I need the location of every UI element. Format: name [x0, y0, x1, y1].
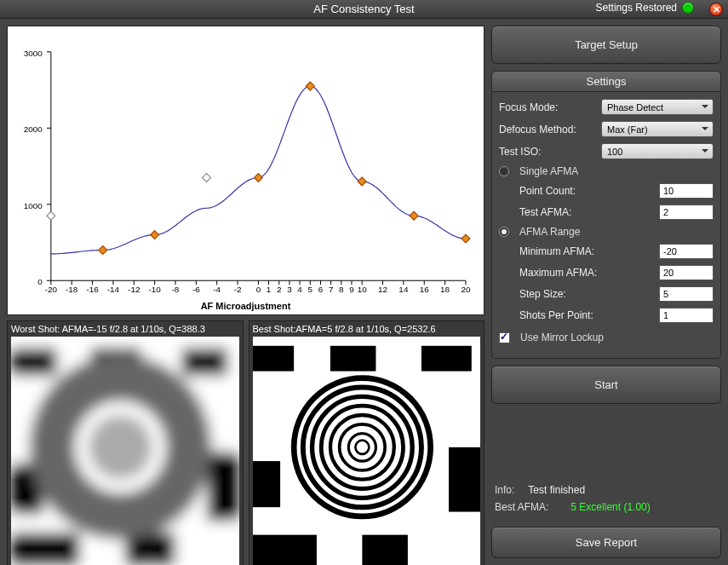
focus-mode-select[interactable]: Phase Detect	[601, 99, 714, 115]
shots-per-point-label: Shots Per Point:	[499, 309, 654, 321]
svg-text:4: 4	[297, 285, 302, 294]
test-iso-select[interactable]: 100	[601, 143, 714, 159]
svg-text:-12: -12	[128, 285, 140, 294]
svg-rect-78	[253, 535, 317, 565]
svg-text:-20: -20	[45, 285, 58, 294]
step-size-input[interactable]	[659, 286, 714, 302]
best-afma-value: 5 Excellent (1.00)	[570, 501, 650, 513]
svg-text:1000: 1000	[24, 201, 43, 210]
save-report-button[interactable]: Save Report	[491, 527, 721, 558]
svg-text:-16: -16	[86, 285, 99, 294]
info-block: Info: Test finished Best AFMA: 5 Excelle…	[491, 482, 721, 520]
af-chart: 0 1000 2000 3000 -20-18-16-14-12-10-8-6-…	[7, 26, 484, 315]
svg-text:16: 16	[420, 285, 430, 294]
min-afma-label: Minimum AFMA:	[499, 245, 654, 257]
point-count-label: Point Count:	[499, 185, 654, 197]
svg-rect-76	[421, 346, 471, 372]
svg-text:8: 8	[339, 285, 344, 294]
svg-text:14: 14	[398, 285, 409, 294]
worst-shot-image	[11, 337, 239, 565]
svg-text:5: 5	[308, 285, 313, 294]
max-afma-label: Maximum AFMA:	[499, 267, 654, 279]
shots-per-point-input[interactable]	[659, 308, 714, 323]
svg-rect-64	[11, 349, 57, 376]
worst-shot-label: Worst Shot: AFMA=-15 f/2.8 at 1/10s, Q=3…	[8, 321, 243, 337]
defocus-method-label: Defocus Method:	[499, 124, 596, 135]
single-afma-radio[interactable]	[499, 166, 509, 176]
worst-shot-panel: Worst Shot: AFMA=-15 f/2.8 at 1/10s, Q=3…	[7, 320, 244, 565]
focus-mode-label: Focus Mode:	[499, 101, 596, 113]
svg-text:9: 9	[349, 285, 354, 294]
svg-text:3000: 3000	[24, 49, 43, 58]
svg-text:-4: -4	[213, 285, 221, 294]
status-indicator-icon	[682, 2, 694, 14]
svg-text:2000: 2000	[24, 124, 43, 134]
svg-rect-70	[207, 452, 238, 521]
settings-header: Settings	[492, 72, 720, 92]
test-afma-input[interactable]	[659, 205, 714, 220]
chart-svg: 0 1000 2000 3000 -20-18-16-14-12-10-8-6-…	[8, 26, 484, 314]
svg-text:6: 6	[318, 285, 324, 294]
target-setup-button[interactable]: Target Setup	[491, 26, 721, 64]
close-button[interactable]: ✕	[709, 3, 723, 16]
info-value: Test finished	[528, 484, 585, 496]
mirror-lockup-label: Use Mirror Lockup	[520, 332, 604, 343]
svg-text:3: 3	[287, 285, 292, 294]
svg-rect-74	[253, 346, 294, 372]
window-title: AF Consistency Test	[313, 3, 414, 15]
svg-rect-66	[182, 349, 228, 376]
svg-text:10: 10	[358, 285, 368, 294]
afma-range-label: AFMA Range	[519, 226, 580, 238]
settings-panel: Settings Focus Mode: Phase Detect Defocu…	[491, 71, 721, 359]
svg-rect-68	[11, 533, 79, 565]
svg-text:7: 7	[329, 285, 334, 294]
best-shot-label: Best Shot:AFMA=5 f/2.8 at 1/10s, Q=2532.…	[249, 321, 484, 337]
test-afma-label: Test AFMA:	[499, 206, 654, 218]
svg-rect-79	[362, 535, 408, 565]
svg-text:1: 1	[267, 285, 272, 294]
best-shot-image	[253, 337, 481, 565]
defocus-method-select[interactable]: Max (Far)	[601, 121, 714, 137]
svg-point-72	[89, 415, 152, 480]
svg-rect-77	[253, 461, 280, 507]
step-size-label: Step Size:	[499, 288, 654, 300]
point-count-input[interactable]	[659, 183, 714, 199]
chart-x-axis-label: AF Microadjustment	[8, 301, 484, 311]
svg-text:2: 2	[277, 285, 282, 294]
info-label: Info:	[495, 484, 514, 496]
svg-text:-10: -10	[148, 285, 161, 294]
svg-text:-2: -2	[234, 285, 242, 294]
svg-text:18: 18	[440, 285, 450, 294]
svg-rect-0	[9, 26, 483, 314]
title-bar: AF Consistency Test Settings Restored ✕	[0, 0, 728, 19]
best-shot-panel: Best Shot:AFMA=5 f/2.8 at 1/10s, Q=2532.…	[249, 320, 485, 565]
svg-text:-6: -6	[192, 285, 200, 294]
status-text: Settings Restored	[596, 2, 677, 14]
svg-text:0: 0	[256, 285, 261, 294]
svg-text:-18: -18	[66, 285, 78, 294]
mirror-lockup-checkbox[interactable]	[499, 332, 510, 343]
svg-text:-14: -14	[107, 285, 120, 294]
svg-rect-75	[330, 346, 375, 372]
best-afma-label: Best AFMA:	[495, 501, 548, 513]
afma-range-radio[interactable]	[499, 227, 509, 237]
test-iso-label: Test ISO:	[499, 146, 596, 158]
max-afma-input[interactable]	[659, 265, 714, 280]
single-afma-label: Single AFMA	[519, 165, 578, 177]
svg-text:12: 12	[378, 285, 388, 294]
svg-rect-80	[449, 447, 480, 512]
svg-text:20: 20	[461, 285, 471, 294]
svg-text:0: 0	[37, 277, 43, 286]
min-afma-input[interactable]	[659, 244, 714, 259]
svg-text:-8: -8	[172, 285, 180, 294]
start-button[interactable]: Start	[491, 366, 721, 404]
